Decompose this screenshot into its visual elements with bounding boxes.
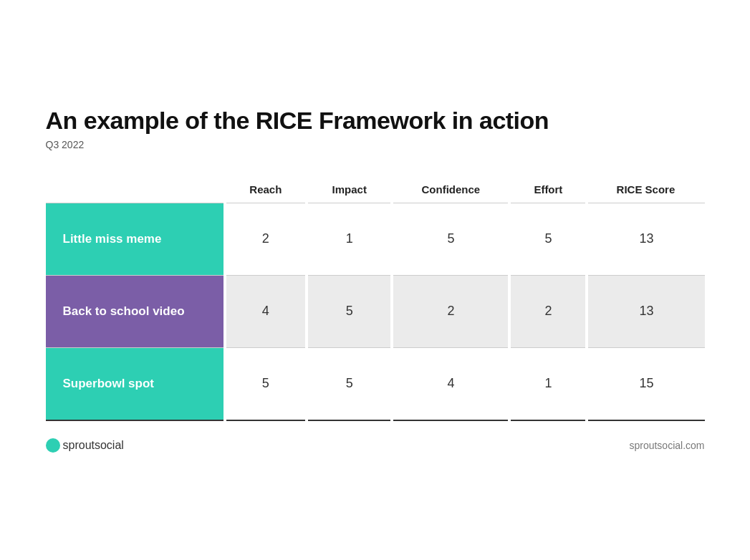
row-label-2: Superbowl spot [46, 347, 225, 420]
cell-impact-0: 1 [307, 203, 392, 275]
page-container: An example of the RICE Framework in acti… [17, 86, 734, 473]
table-row: Little miss meme215513 [46, 203, 705, 275]
cell-confidence-2: 4 [392, 347, 509, 420]
cell-rice_score-1: 13 [587, 275, 704, 347]
col-header-confidence: Confidence [392, 176, 509, 203]
rice-framework-table: Reach Impact Confidence Effort RICE Scor… [46, 176, 705, 421]
table-header-row: Reach Impact Confidence Effort RICE Scor… [46, 176, 705, 203]
page-footer: sproutsocial sproutsocial.com [46, 438, 705, 453]
row-label-0: Little miss meme [46, 203, 225, 275]
col-header-impact: Impact [307, 176, 392, 203]
cell-effort-2: 1 [509, 347, 587, 420]
table-row: Back to school video452213 [46, 275, 705, 347]
row-label-1: Back to school video [46, 275, 225, 347]
cell-reach-2: 5 [225, 347, 307, 420]
cell-rice_score-2: 15 [587, 347, 704, 420]
sprout-icon [46, 438, 60, 453]
col-header-reach: Reach [225, 176, 307, 203]
page-subtitle: Q3 2022 [46, 139, 705, 150]
cell-impact-1: 5 [307, 275, 392, 347]
col-header-effort: Effort [509, 176, 587, 203]
cell-rice_score-0: 13 [587, 203, 704, 275]
cell-impact-2: 5 [307, 347, 392, 420]
footer-logo: sproutsocial [46, 438, 124, 453]
cell-reach-0: 2 [225, 203, 307, 275]
cell-effort-0: 5 [509, 203, 587, 275]
row-label-text-1: Back to school video [46, 276, 223, 347]
col-header-rice-score: RICE Score [587, 176, 704, 203]
cell-reach-1: 4 [225, 275, 307, 347]
cell-effort-1: 2 [509, 275, 587, 347]
footer-logo-text: sproutsocial [63, 439, 124, 452]
row-label-text-2: Superbowl spot [46, 348, 223, 420]
row-label-text-0: Little miss meme [46, 203, 223, 275]
col-header-item [46, 176, 225, 203]
cell-confidence-0: 5 [392, 203, 509, 275]
cell-confidence-1: 2 [392, 275, 509, 347]
table-row: Superbowl spot554115 [46, 347, 705, 420]
page-title: An example of the RICE Framework in acti… [46, 107, 705, 134]
footer-url: sproutsocial.com [629, 440, 704, 451]
